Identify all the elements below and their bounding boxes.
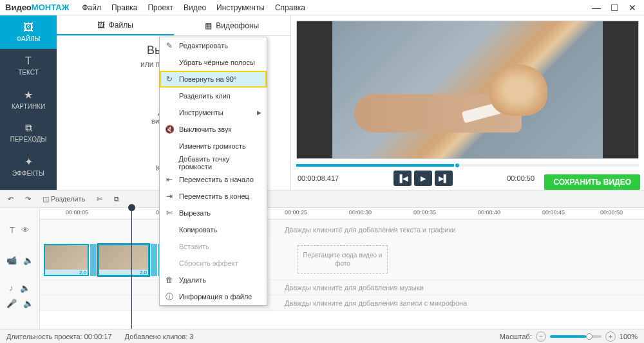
context-menu: ✎РедактироватьУбрать чёрные полосы↻Повер… <box>159 37 267 306</box>
prev-frame-button[interactable]: ▐◀ <box>393 171 412 186</box>
media-track[interactable]: 2,0 2,0 2,0 Перетащите сюда видео и фото <box>40 240 644 280</box>
context-menu-item[interactable]: ✄Вырезать <box>160 205 267 221</box>
ctx-icon: 🔇 <box>165 125 174 134</box>
tab-videobg[interactable]: ▦Видеофоны <box>174 15 291 35</box>
playhead[interactable] <box>131 208 132 329</box>
zoom-out-button[interactable]: − <box>536 331 546 342</box>
menu-file[interactable]: Файл <box>77 3 106 12</box>
image-icon: 🖼 <box>23 22 33 33</box>
menubar: ВидеоМОНТАЖ Файл Правка Проект Видео Инс… <box>0 0 644 15</box>
play-button[interactable]: ▶ <box>414 171 432 186</box>
context-menu-item[interactable]: Убрать чёрные полосы <box>160 54 267 71</box>
sidebar: 🖼ФАЙЛЫ TТЕКСТ ★КАРТИНКИ ⧉ПЕРЕХОДЫ ✦ЭФФЕК… <box>0 15 57 190</box>
context-menu-item[interactable]: Копировать <box>160 221 267 238</box>
split-button[interactable]: ◫ Разделить <box>39 193 89 205</box>
ruler-tick: 00:00:40 <box>478 209 500 216</box>
preview-seek-bar[interactable] <box>296 164 639 167</box>
menu-video[interactable]: Видео <box>178 3 211 12</box>
close-icon[interactable]: ✕ <box>626 3 639 13</box>
copy-button[interactable]: ⧉ <box>110 193 123 205</box>
next-frame-button[interactable]: ▶▌ <box>435 171 453 186</box>
text-track-controls[interactable]: T👁 <box>0 219 39 240</box>
grid-icon: ▦ <box>205 21 212 30</box>
context-menu-item[interactable]: ↻Повернуть на 90° <box>160 71 267 88</box>
speaker-icon[interactable]: 🔈 <box>20 283 30 293</box>
ruler-tick: 00:00:50 <box>600 209 623 216</box>
context-menu-item[interactable]: Изменить громкость <box>160 138 267 154</box>
window-controls: — ☐ ✕ <box>590 3 639 13</box>
sidebar-item-pictures[interactable]: ★КАРТИНКИ <box>0 82 57 116</box>
timeline-clip[interactable]: 2,0 <box>98 244 149 276</box>
mic-track[interactable]: Дважды кликните для добавления записи с … <box>40 295 644 311</box>
maximize-icon[interactable]: ☐ <box>608 3 621 13</box>
menu-edit[interactable]: Правка <box>106 3 143 12</box>
context-menu-item[interactable]: 🗑Удалить <box>160 272 267 288</box>
mic-track-controls[interactable]: 🎤🔈 <box>0 295 39 311</box>
text-track-icon: T <box>10 225 15 235</box>
context-menu-item[interactable]: ⓘИнформация о файле <box>160 288 267 305</box>
menu-project[interactable]: Проект <box>142 3 178 12</box>
context-menu-item[interactable]: ✎Редактировать <box>160 37 267 54</box>
star-icon: ★ <box>24 89 33 101</box>
sidebar-item-text[interactable]: TТЕКСТ <box>0 49 57 82</box>
mic-track-hint: Дважды кликните для добавления записи с … <box>285 299 467 307</box>
audio-track[interactable]: Дважды кликните для добавления музыки <box>40 280 644 295</box>
tab-label: Видеофоны <box>216 21 259 30</box>
zoom-value: 100% <box>620 333 638 340</box>
audio-track-controls[interactable]: ♪🔈 <box>0 280 39 295</box>
eye-icon[interactable]: 👁 <box>21 225 30 235</box>
media-drop-zone[interactable]: Перетащите сюда видео и фото <box>298 245 388 273</box>
sidebar-label: ФАЙЛЫ <box>17 35 41 42</box>
menu-tools[interactable]: Инструменты <box>211 3 270 12</box>
tab-label: Файлы <box>109 21 133 30</box>
context-menu-item[interactable]: 🔇Выключить звук <box>160 121 267 138</box>
context-menu-item[interactable]: ⇤Переместить в начало <box>160 171 267 188</box>
transition-icon: ⧉ <box>25 122 32 134</box>
context-menu-item: Вставить <box>160 238 267 255</box>
sidebar-item-transitions[interactable]: ⧉ПЕРЕХОДЫ <box>0 116 57 149</box>
context-menu-item[interactable]: ⇥Переместить в конец <box>160 188 267 205</box>
app-logo: ВидеоМОНТАЖ <box>5 3 69 12</box>
context-menu-item[interactable]: Добавить точку громкости <box>160 154 267 171</box>
text-track[interactable]: Дважды кликните для добавления текста и … <box>40 219 644 240</box>
sidebar-item-effects[interactable]: ✦ЭФФЕКТЫ <box>0 149 57 183</box>
text-track-hint: Дважды кликните для добавления текста и … <box>285 226 456 234</box>
files-icon: 🖼 <box>97 21 105 30</box>
timeline: T👁 📹🔈 ♪🔈 🎤🔈 00:00:0500:00:1500:00:2000:0… <box>0 208 644 329</box>
project-duration: Длительность проекта: 00:00:17 <box>6 333 112 340</box>
clip-transition-handle[interactable] <box>151 244 157 276</box>
speaker-icon[interactable]: 🔈 <box>23 255 33 265</box>
statusbar: Длительность проекта: 00:00:17 Добавлено… <box>0 329 644 343</box>
timeline-clip[interactable]: 2,0 <box>44 244 89 276</box>
sidebar-label: ЭФФЕКТЫ <box>12 170 44 177</box>
ruler-tick: 00:00:45 <box>542 209 565 216</box>
ctx-icon: ⇤ <box>165 175 174 184</box>
context-menu-item[interactable]: Инструменты▶ <box>160 104 267 121</box>
media-track-controls[interactable]: 📹🔈 <box>0 240 39 280</box>
save-video-button[interactable]: СОХРАНИТЬ ВИДЕО <box>544 174 640 190</box>
timeline-toolbar: ↶ ↷ ◫ Разделить ✄ ⧉ СОХРАНИТЬ ВИДЕО <box>0 190 644 208</box>
minimize-icon[interactable]: — <box>590 3 603 13</box>
preview-viewport[interactable] <box>296 21 639 159</box>
cut-button[interactable]: ✄ <box>93 193 106 205</box>
sparkle-icon: ✦ <box>24 156 33 168</box>
zoom-slider[interactable] <box>550 335 601 338</box>
sidebar-label: ПЕРЕХОДЫ <box>10 136 47 143</box>
context-menu-item[interactable]: Разделить клип <box>160 88 267 104</box>
clip-transition-handle[interactable] <box>90 244 97 276</box>
ruler-tick: 00:00:30 <box>349 209 372 216</box>
ctx-icon: ↻ <box>165 75 174 84</box>
speaker-icon[interactable]: 🔈 <box>23 299 33 308</box>
ruler-tick: 00:00:05 <box>66 209 88 216</box>
undo-button[interactable]: ↶ <box>4 193 17 205</box>
sidebar-item-files[interactable]: 🖼ФАЙЛЫ <box>0 15 57 49</box>
ruler-tick: 00:00:35 <box>413 209 436 216</box>
preview-panel: 00:00:08.417 ▐◀ ▶ ▶▌ 00:00:50 16:9 🔈 📷 <box>291 15 644 190</box>
clip-count: Добавлено клипов: 3 <box>125 333 194 340</box>
camera-icon: 📹 <box>6 255 17 265</box>
zoom-in-button[interactable]: + <box>605 331 616 342</box>
total-time: 00:00:50 <box>507 174 535 182</box>
menu-help[interactable]: Справка <box>270 3 310 12</box>
redo-button[interactable]: ↷ <box>21 193 35 205</box>
tab-files[interactable]: 🖼Файлы <box>57 15 174 35</box>
